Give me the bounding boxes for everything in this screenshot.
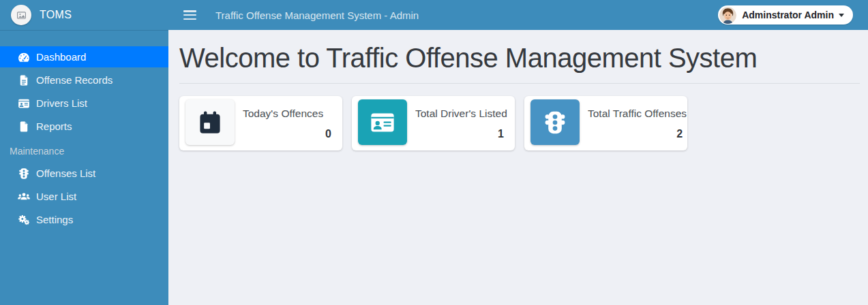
sidebar-item-label: Drivers List bbox=[36, 97, 87, 109]
card-value: 0 bbox=[325, 128, 331, 140]
traffic-light-icon bbox=[17, 167, 30, 180]
file-icon bbox=[17, 120, 30, 133]
caret-down-icon bbox=[839, 14, 844, 17]
sidebar-section-header-maintenance: Maintenance bbox=[0, 146, 168, 157]
brand-link[interactable]: TOMS bbox=[0, 0, 168, 31]
card-icon-tile bbox=[185, 99, 235, 145]
sidebar: TOMS Dashboard Offense Records Drivers L… bbox=[0, 0, 168, 305]
sidebar-item-label: Offense Records bbox=[36, 74, 113, 86]
sidebar-item-label: Dashboard bbox=[36, 51, 86, 63]
sidebar-item-dashboard[interactable]: Dashboard bbox=[0, 46, 168, 67]
brand-logo-broken-image-icon bbox=[11, 5, 31, 25]
divider bbox=[179, 83, 860, 84]
id-card-icon bbox=[17, 97, 30, 110]
card-value: 2 bbox=[676, 128, 683, 140]
card-body: Total Driver's Listed 1 bbox=[407, 96, 515, 150]
traffic-light-icon bbox=[542, 110, 568, 135]
sidebar-item-user-list[interactable]: User List bbox=[0, 186, 168, 207]
sidebar-item-label: Offenses List bbox=[36, 167, 95, 179]
id-card-icon bbox=[370, 110, 395, 135]
user-name: Adminstrator Admin bbox=[742, 10, 834, 20]
user-avatar bbox=[719, 7, 736, 24]
sidebar-item-label: Reports bbox=[36, 121, 72, 132]
topbar: Traffic Offense Management System - Admi… bbox=[168, 0, 868, 30]
page-title: Welcome to Traffic Offense Management Sy… bbox=[179, 43, 860, 74]
calendar-icon bbox=[197, 110, 223, 135]
sidebar-item-label: Settings bbox=[36, 214, 73, 225]
app-window: TOMS Dashboard Offense Records Drivers L… bbox=[0, 0, 868, 305]
sidebar-item-drivers-list[interactable]: Drivers List bbox=[0, 93, 168, 114]
sidebar-nav: Dashboard Offense Records Drivers List R… bbox=[0, 31, 168, 232]
card-title: Total Driver's Listed bbox=[415, 108, 508, 120]
hamburger-icon[interactable] bbox=[183, 10, 196, 20]
content: Welcome to Traffic Offense Management Sy… bbox=[168, 30, 868, 150]
sidebar-item-settings[interactable]: Settings bbox=[0, 209, 168, 230]
card-body: Today's Offences 0 bbox=[235, 96, 342, 150]
sidebar-item-offenses-list[interactable]: Offenses List bbox=[0, 163, 168, 184]
brand-name: TOMS bbox=[40, 9, 72, 21]
file-alt-icon bbox=[17, 74, 30, 86]
topbar-title: Traffic Offense Management System - Admi… bbox=[215, 10, 419, 21]
card-total-drivers-listed: Total Driver's Listed 1 bbox=[352, 96, 515, 150]
card-icon-tile bbox=[530, 99, 580, 145]
sidebar-item-offense-records[interactable]: Offense Records bbox=[0, 69, 168, 91]
card-total-traffic-offenses: Total Traffic Offenses 2 bbox=[524, 96, 687, 150]
tachometer-icon bbox=[17, 50, 30, 63]
card-title: Total Traffic Offenses bbox=[588, 108, 687, 120]
user-menu-button[interactable]: Adminstrator Admin bbox=[718, 5, 853, 25]
card-icon-tile bbox=[358, 99, 407, 145]
main-area: Traffic Offense Management System - Admi… bbox=[168, 0, 868, 305]
card-title: Today's Offences bbox=[243, 108, 335, 120]
users-icon bbox=[17, 190, 30, 203]
card-todays-offences: Today's Offences 0 bbox=[179, 96, 342, 150]
sidebar-item-label: User List bbox=[36, 191, 76, 202]
sidebar-item-reports[interactable]: Reports bbox=[0, 116, 168, 137]
card-body: Total Traffic Offenses 2 bbox=[580, 96, 693, 150]
cogs-icon bbox=[17, 213, 30, 226]
summary-cards: Today's Offences 0 Total Driver's Listed… bbox=[179, 96, 860, 150]
card-value: 1 bbox=[498, 128, 504, 140]
